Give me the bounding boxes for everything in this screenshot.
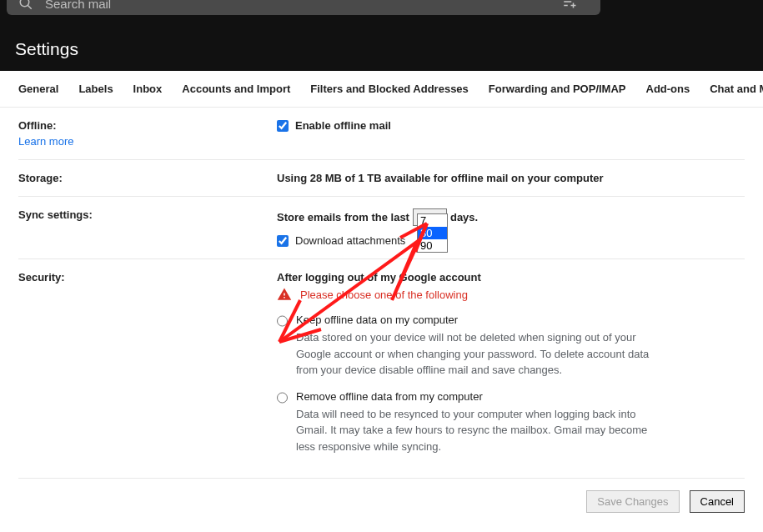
- page-title: Settings: [0, 28, 763, 71]
- storage-label: Storage:: [18, 172, 277, 184]
- svg-line-1: [28, 5, 32, 9]
- search-placeholder: Search mail: [45, 0, 111, 11]
- security-label: Security:: [18, 271, 277, 466]
- sync-label: Sync settings:: [18, 208, 277, 247]
- tab-addons[interactable]: Add-ons: [646, 83, 690, 95]
- sync-option-90[interactable]: 90: [418, 239, 447, 252]
- settings-tabs: General Labels Inbox Accounts and Import…: [0, 71, 763, 108]
- search-icon: [18, 0, 33, 11]
- enable-offline-checkbox[interactable]: [277, 120, 289, 132]
- cancel-button[interactable]: Cancel: [690, 490, 745, 513]
- sync-option-30[interactable]: 30: [418, 227, 447, 239]
- remove-data-radio[interactable]: [277, 391, 288, 404]
- tab-filters[interactable]: Filters and Blocked Addresses: [310, 83, 469, 95]
- tab-chat[interactable]: Chat and M: [710, 83, 763, 95]
- sync-prefix: Store emails from the last: [277, 211, 409, 223]
- tab-forwarding[interactable]: Forwarding and POP/IMAP: [489, 83, 626, 95]
- keep-data-radio[interactable]: [277, 314, 288, 328]
- tab-general[interactable]: General: [18, 83, 58, 95]
- tab-inbox[interactable]: Inbox: [133, 83, 163, 95]
- offline-label: Offline:: [18, 119, 57, 132]
- sync-days-dropdown[interactable]: 7 30 90: [417, 213, 448, 253]
- sync-suffix: days.: [450, 211, 478, 223]
- security-header: After logging out of my Google account: [277, 271, 745, 284]
- download-attachments-label: Download attachments: [295, 234, 405, 247]
- storage-text: Using 28 MB of 1 TB available for offlin…: [277, 172, 745, 184]
- save-button: Save Changes: [586, 490, 679, 513]
- download-attachments-checkbox[interactable]: [277, 235, 289, 247]
- search-box[interactable]: Search mail: [7, 0, 600, 15]
- remove-data-desc: Data will need to be resynced to your co…: [296, 406, 652, 455]
- enable-offline-label: Enable offline mail: [295, 119, 391, 132]
- search-options-icon[interactable]: [562, 0, 589, 13]
- keep-data-title: Keep offline data on my computer: [296, 314, 652, 326]
- tab-labels[interactable]: Labels: [78, 83, 113, 95]
- tab-accounts[interactable]: Accounts and Import: [182, 83, 290, 95]
- security-warning: Please choose one of the following: [300, 289, 468, 301]
- learn-more-link[interactable]: Learn more: [18, 135, 277, 148]
- keep-data-desc: Data stored on your device will not be d…: [296, 329, 652, 379]
- sync-option-7[interactable]: 7: [418, 214, 447, 227]
- warning-icon: [277, 287, 292, 302]
- remove-data-title: Remove offline data from my computer: [296, 390, 652, 403]
